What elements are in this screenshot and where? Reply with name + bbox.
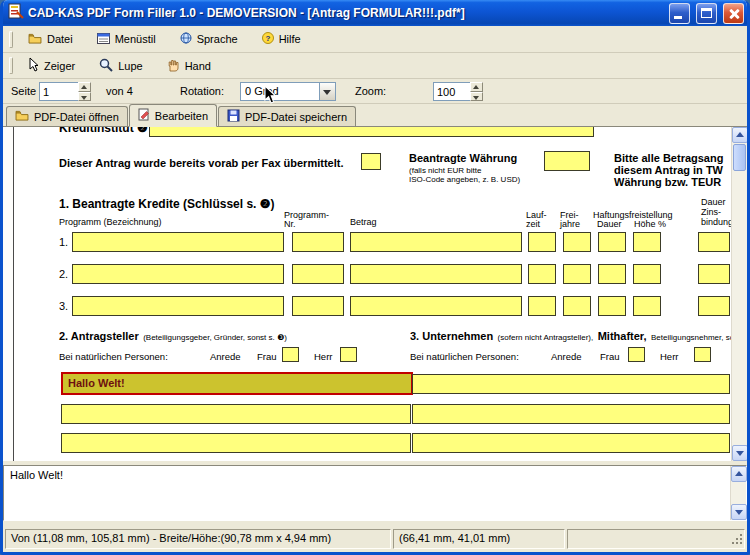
page-label: Seite	[11, 85, 36, 97]
scroll-up-button[interactable]	[731, 466, 747, 482]
tool-label: Zeiger	[44, 60, 75, 72]
tool-hand[interactable]: Hand	[159, 56, 219, 76]
document-scrollbar[interactable]	[731, 127, 747, 461]
chevron-down-icon[interactable]	[319, 83, 335, 100]
window-title: CAD-KAS PDF Form Filler 1.0 - DEMOVERSIO…	[28, 6, 663, 20]
spin-up-icon[interactable]	[470, 82, 483, 92]
spin-down-icon[interactable]	[78, 92, 91, 102]
form-field[interactable]	[412, 404, 730, 424]
form-field[interactable]	[633, 232, 661, 252]
form-field[interactable]	[698, 296, 730, 316]
form-field[interactable]	[350, 232, 522, 252]
checkbox-frau-unternehmen[interactable]	[628, 347, 645, 362]
close-button[interactable]	[723, 3, 744, 24]
field-text-input[interactable]: Hallo Welt!	[4, 466, 730, 520]
selected-form-field[interactable]: Hallo Welt!	[61, 372, 413, 395]
tool-label: Hand	[185, 60, 211, 72]
rotation-select[interactable]: 0 Grad	[240, 82, 336, 101]
form-field[interactable]	[563, 264, 591, 284]
row-label: 3.	[59, 300, 68, 312]
app-icon	[8, 3, 24, 23]
section2-title-bold: 2. Antragsteller	[59, 330, 139, 342]
form-field[interactable]	[563, 232, 591, 252]
form-field[interactable]	[350, 264, 522, 284]
tab-pdf-speichern[interactable]: PDF-Datei speichern	[218, 106, 356, 126]
field-text-panel: Hallo Welt!	[3, 465, 747, 521]
persons-label: Bei natürlichen Personen:	[59, 351, 168, 362]
menu-item-label: Hilfe	[279, 33, 301, 45]
menu-item-datei[interactable]: Datei	[20, 31, 81, 48]
column-header: zeit	[526, 219, 540, 229]
close-icon	[724, 4, 743, 23]
form-field[interactable]	[412, 433, 730, 453]
scroll-down-button[interactable]	[731, 504, 747, 520]
tool-lupe[interactable]: Lupe	[91, 56, 150, 76]
form-field[interactable]	[598, 232, 626, 252]
checkbox-frau-antragsteller[interactable]	[282, 347, 299, 362]
column-header: Betrag	[350, 217, 377, 227]
scroll-thumb[interactable]	[733, 144, 746, 171]
kreditinstitut-field[interactable]	[149, 127, 594, 137]
tool-zeiger[interactable]: Zeiger	[20, 55, 83, 76]
currency-field[interactable]	[544, 151, 590, 171]
column-header: Dauer	[701, 197, 726, 207]
edit-icon	[138, 108, 150, 123]
form-field[interactable]	[633, 264, 661, 284]
tab-label: Bearbeiten	[155, 110, 208, 122]
column-header: bindung	[701, 217, 731, 227]
form-field[interactable]	[528, 264, 556, 284]
form-field[interactable]	[412, 374, 730, 394]
zoom-stepper[interactable]	[470, 82, 483, 101]
form-field[interactable]	[72, 296, 284, 316]
form-field[interactable]	[61, 433, 411, 453]
form-field[interactable]	[598, 264, 626, 284]
tab-bearbeiten[interactable]: Bearbeiten	[129, 104, 217, 127]
page-stepper[interactable]	[78, 82, 91, 101]
scroll-down-button[interactable]	[732, 445, 747, 461]
menu-item-hilfe[interactable]: ? Hilfe	[254, 30, 309, 48]
form-field[interactable]	[698, 232, 730, 252]
tab-label: PDF-Datei speichern	[245, 111, 347, 123]
app-window: CAD-KAS PDF Form Filler 1.0 - DEMOVERSIO…	[0, 0, 750, 555]
tab-pdf-oeffnen[interactable]: PDF-Datei öffnen	[6, 106, 128, 126]
spin-down-icon[interactable]	[470, 92, 483, 102]
form-field[interactable]	[528, 232, 556, 252]
zoom-input[interactable]	[433, 82, 471, 101]
form-field[interactable]	[72, 264, 284, 284]
menu-style-icon	[97, 33, 110, 46]
minimize-icon	[674, 16, 682, 19]
language-icon	[180, 32, 192, 46]
rotation-label: Rotation:	[180, 85, 224, 97]
resize-grip[interactable]	[731, 533, 744, 548]
form-field[interactable]	[292, 264, 344, 284]
section1-title: 1. Beantragte Kredite (Schlüssel s. ❷)	[59, 197, 275, 211]
pointer-icon	[28, 57, 39, 74]
amounts-note: Bitte alle Betragsang	[614, 152, 723, 164]
form-field[interactable]	[61, 404, 411, 424]
section3-title: 3. Unternehmen (sofern nicht Antragstell…	[410, 326, 731, 344]
form-field[interactable]	[72, 232, 284, 252]
form-field[interactable]	[598, 296, 626, 316]
checkbox-herr-unternehmen[interactable]	[694, 347, 711, 362]
scroll-up-button[interactable]	[732, 127, 747, 143]
text-panel-scrollbar[interactable]	[730, 466, 746, 520]
maximize-button[interactable]	[696, 3, 717, 24]
form-field[interactable]	[292, 296, 344, 316]
fax-checkbox[interactable]	[361, 153, 381, 170]
form-field[interactable]	[563, 296, 591, 316]
tab-label: PDF-Datei öffnen	[34, 111, 119, 123]
spin-up-icon[interactable]	[78, 82, 91, 92]
form-field[interactable]	[528, 296, 556, 316]
menu-item-menustil[interactable]: Menüstil	[89, 31, 164, 48]
section3-title-bold2: Mithafter,	[598, 330, 647, 342]
column-header: Höhe %	[634, 219, 666, 229]
minimize-button[interactable]	[669, 3, 690, 24]
form-field[interactable]	[350, 296, 522, 316]
column-header: jahre	[560, 219, 580, 229]
page-input[interactable]	[39, 82, 79, 101]
form-field[interactable]	[698, 264, 730, 284]
menu-item-sprache[interactable]: Sprache	[172, 30, 246, 48]
form-field[interactable]	[633, 296, 661, 316]
checkbox-herr-antragsteller[interactable]	[340, 347, 357, 362]
form-field[interactable]	[292, 232, 344, 252]
